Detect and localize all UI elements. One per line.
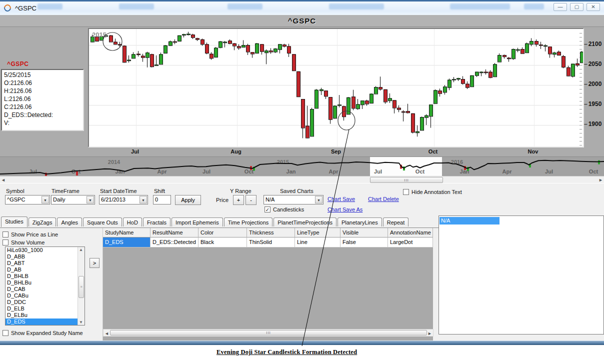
chevron-down-icon[interactable]: ▼ — [140, 196, 147, 204]
list-item[interactable]: D_DDC — [6, 299, 84, 306]
scroll-left-icon[interactable]: ◄ — [1, 178, 6, 182]
candlestick-canvas — [89, 29, 583, 146]
table-cell[interactable]: D_EDS — [103, 238, 150, 248]
list-item[interactable]: D_ELB — [6, 306, 84, 312]
column-header[interactable]: Thickness — [247, 228, 295, 238]
tab-fractals[interactable]: Fractals — [143, 218, 170, 226]
background-ghost-tab — [38, 4, 62, 10]
checkbox-checked-icon[interactable]: ✓ — [264, 206, 270, 212]
list-item[interactable]: HiLo930_1000 — [6, 247, 84, 254]
candlesticks-checkbox[interactable]: ✓ Candlesticks — [264, 206, 304, 212]
chevron-down-icon[interactable]: ▼ — [42, 196, 49, 204]
tab-planettimeprojections[interactable]: PlanetTimeProjections — [274, 218, 336, 226]
table-cell[interactable]: False — [340, 238, 388, 248]
show-volume-checkbox[interactable]: Show Volume — [2, 240, 44, 246]
add-study-button[interactable]: > — [90, 258, 100, 268]
scroll-right-icon[interactable]: ► — [598, 178, 603, 182]
price-tick-label: 2000 — [584, 80, 604, 88]
chart-delete-link[interactable]: Chart Delete — [368, 196, 399, 202]
table-cell[interactable]: D_EDS::Detected — [150, 238, 198, 248]
tab-repeat[interactable]: Repeat — [383, 218, 408, 226]
scroll-up-icon[interactable]: ▲ — [79, 248, 84, 252]
timeline-navigator[interactable]: 201420152016JulOctJanAprJulOctJanAprJulO… — [0, 156, 604, 176]
table-scroll-thumb[interactable]: III — [110, 330, 427, 336]
studies-listbox[interactable]: HiLo930_1000D_ABBD_ABTD_ABD_BHLBD_BHLBuD… — [5, 246, 85, 326]
startdatetime-dropdown[interactable]: 6/21/2013▼ — [99, 195, 148, 204]
list-item[interactable]: D_CAB — [6, 286, 84, 292]
scroll-down-icon[interactable]: ▼ — [79, 320, 84, 324]
list-item[interactable]: D_CABu — [6, 292, 84, 299]
tab-planetarylines[interactable]: PlanetaryLines — [338, 218, 382, 226]
symbol-label: Symbol — [6, 188, 24, 194]
checkbox-unchecked-icon[interactable] — [403, 189, 409, 195]
close-button[interactable]: ✕ — [586, 3, 600, 11]
list-item[interactable]: D_AB — [6, 266, 84, 273]
tab-square-outs[interactable]: Square Outs — [83, 218, 122, 226]
table-header-row: StudyNameResultNameColorThicknessLineTyp… — [103, 228, 433, 238]
title-bar: ^GSPC — ▢ ✕ — [0, 0, 604, 15]
listbox-scroll-thumb[interactable]: ≡ — [78, 276, 84, 298]
column-header[interactable]: StudyName — [103, 228, 150, 238]
yrange-minus-button[interactable]: - — [246, 195, 256, 205]
column-header[interactable]: LineType — [295, 228, 340, 238]
month-tick-label: Aug — [230, 148, 241, 154]
symbol-dropdown[interactable]: ^GSPC▼ — [5, 195, 50, 204]
tab-zigzags[interactable]: ZigZags — [28, 218, 56, 226]
chart-title: ^GSPC — [288, 16, 316, 25]
table-hscrollbar[interactable]: ◄ ► III — [103, 329, 434, 336]
price-tick-label: 2100 — [584, 40, 604, 48]
chart-save-link[interactable]: Chart Save — [328, 196, 355, 202]
savedcharts-label: Saved Charts — [280, 188, 314, 194]
show-expanded-study-name-checkbox[interactable]: Show Expanded Study Name — [2, 330, 83, 336]
candlestick-plot[interactable]: 2015 — [88, 28, 584, 148]
month-tick-label: Jul — [131, 148, 139, 154]
background-ghost-tab — [450, 4, 510, 10]
table-row[interactable]: D_EDSD_EDS::DetectedBlackThinSolidLineFa… — [103, 238, 433, 248]
scroll-right-icon[interactable]: ► — [428, 331, 432, 336]
yrange-plus-button[interactable]: + — [233, 195, 244, 205]
chart-header: ^GSPC — [0, 15, 604, 27]
table-cell[interactable]: Black — [198, 238, 247, 248]
table-cell[interactable]: Line — [295, 238, 340, 248]
chevron-down-icon[interactable]: ▼ — [315, 196, 322, 204]
list-item[interactable]: D_ABB — [6, 254, 84, 260]
background-ghost-tab — [119, 4, 154, 10]
list-item[interactable]: D_BHLBu — [6, 280, 84, 286]
tab-import-ephemeris[interactable]: Import Ephemeris — [172, 218, 223, 226]
table-cell[interactable]: ThinSolid — [247, 238, 295, 248]
checkbox-unchecked-icon[interactable] — [2, 330, 8, 336]
tab-studies[interactable]: Studies — [1, 216, 28, 227]
checkbox-unchecked-icon[interactable] — [2, 232, 8, 238]
navigator-scrollbar[interactable]: ◄ ► III — [0, 176, 604, 183]
chevron-down-icon[interactable]: ▼ — [86, 196, 94, 204]
column-header[interactable]: AnnotationName — [388, 228, 433, 238]
navigator-scroll-thumb[interactable]: III — [370, 177, 443, 183]
show-price-as-line-checkbox[interactable]: Show Price as Line — [2, 232, 58, 238]
column-header[interactable]: Visible — [340, 228, 388, 238]
checkbox-unchecked-icon[interactable] — [2, 240, 8, 246]
shift-input[interactable]: 0 — [153, 195, 171, 204]
savedcharts-dropdown[interactable]: N/A▼ — [264, 195, 324, 204]
annotation-list-panel[interactable]: N/A — [438, 216, 604, 334]
tab-time-projections[interactable]: Time Projections — [224, 218, 273, 226]
list-item[interactable]: D_ABT — [6, 260, 84, 266]
hide-annotation-checkbox[interactable]: Hide Annotation Text — [403, 189, 462, 195]
apply-button[interactable]: Apply — [175, 195, 201, 205]
chart-save-as-link[interactable]: Chart Save As — [328, 206, 362, 212]
maximize-button[interactable]: ▢ — [570, 3, 584, 11]
tab-hod[interactable]: HoD — [123, 218, 142, 226]
price-tick-label: 1950 — [584, 100, 604, 108]
tab-angles[interactable]: Angles — [57, 218, 82, 226]
month-axis: JulAugSepOctNov — [0, 148, 604, 156]
minimize-button[interactable]: — — [554, 3, 567, 11]
table-cell[interactable]: LargeDot — [388, 238, 433, 248]
listbox-scrollbar[interactable]: ▲ ≡ ▼ — [78, 247, 84, 325]
column-header[interactable]: Color — [198, 228, 247, 238]
list-item[interactable]: D_ELBu — [6, 312, 84, 318]
column-header[interactable]: ResultName — [150, 228, 198, 238]
scroll-left-icon[interactable]: ◄ — [104, 331, 109, 336]
timeframe-dropdown[interactable]: Daily▼ — [51, 195, 95, 204]
list-item[interactable]: D_BHLB — [6, 273, 84, 280]
annotation-list-selected-item[interactable]: N/A — [440, 217, 500, 224]
list-item[interactable]: D_EDS — [6, 318, 84, 325]
